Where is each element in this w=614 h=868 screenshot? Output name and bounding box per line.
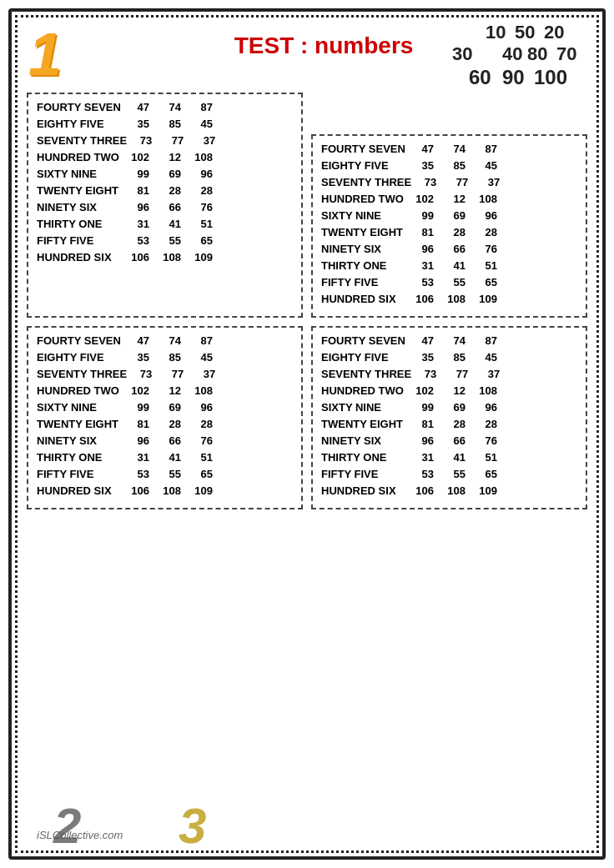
- table-row: FOURTY SEVEN 47 74 87: [37, 101, 293, 113]
- option: 102: [409, 193, 434, 205]
- option: 55: [440, 276, 466, 288]
- option: 45: [472, 159, 497, 172]
- table-row: HUNDRED SIX 106 108 109: [37, 251, 293, 263]
- options: 99 69 96: [124, 401, 213, 414]
- option: 108: [440, 293, 466, 305]
- option: 76: [472, 243, 497, 255]
- options: 35 85 45: [409, 159, 497, 172]
- options: 73 77 37: [411, 368, 500, 380]
- option: 31: [409, 259, 434, 272]
- options: 81 28 28: [409, 226, 497, 238]
- word-label: THIRTY ONE: [37, 218, 124, 230]
- option: 108: [188, 151, 213, 163]
- option: 108: [472, 384, 497, 397]
- table-row: HUNDRED SIX 106 108 109: [37, 484, 293, 497]
- option: 51: [188, 218, 213, 230]
- option: 77: [443, 176, 468, 188]
- options: 102 12 108: [409, 193, 497, 205]
- option: 69: [440, 401, 466, 414]
- word-label: FIFTY FIVE: [321, 276, 409, 288]
- table-row: SEVENTY THREE 73 77 37: [37, 368, 293, 380]
- option: 87: [472, 334, 497, 347]
- word-label: FOURTY SEVEN: [37, 101, 124, 113]
- options: 73 77 37: [127, 134, 215, 147]
- word-label: TWENTY EIGHT: [37, 418, 124, 430]
- option: 45: [188, 118, 213, 130]
- option: 85: [440, 351, 466, 364]
- option: 81: [124, 418, 149, 430]
- cloud-num-50: 50: [515, 22, 535, 43]
- options: 99 69 96: [409, 401, 497, 414]
- options: 106 108 109: [124, 251, 213, 263]
- word-label: SIXTY NINE: [37, 168, 124, 180]
- option: 106: [124, 251, 149, 263]
- option: 85: [156, 351, 181, 364]
- cloud-num-10: 10: [486, 22, 506, 43]
- option: 74: [156, 101, 181, 113]
- word-label: EIGHTY FIVE: [321, 351, 409, 364]
- option: 37: [190, 368, 215, 380]
- table-row: SEVENTY THREE 73 77 37: [37, 134, 293, 147]
- options: 53 55 65: [409, 468, 497, 480]
- word-label: HUNDRED SIX: [321, 484, 409, 497]
- option: 12: [440, 384, 466, 397]
- table-row: FOURTY SEVEN 47 74 87: [321, 334, 577, 347]
- word-label: SEVENTY THREE: [321, 176, 411, 188]
- cloud-num-70: 70: [556, 43, 576, 65]
- option: 73: [411, 176, 436, 188]
- word-label: FIFTY FIVE: [37, 468, 124, 480]
- options: 81 28 28: [124, 184, 213, 197]
- word-label: EIGHTY FIVE: [321, 159, 409, 172]
- option: 31: [409, 451, 434, 464]
- option: 76: [188, 434, 213, 447]
- cloud-num-80: 80: [527, 43, 547, 65]
- table-row: SIXTY NINE 99 69 96: [37, 401, 293, 414]
- word-label: TWENTY EIGHT: [321, 418, 409, 430]
- quiz-box-bottom-right: FOURTY SEVEN 47 74 87 EIGHTY FIVE 35 85 …: [311, 326, 587, 509]
- options: 31 41 51: [124, 451, 213, 464]
- option: 96: [472, 209, 497, 222]
- header: 1 TEST : numbers 10 50 20 30 40 80 70 60…: [20, 20, 594, 84]
- table-row: EIGHTY FIVE 35 85 45: [37, 351, 293, 364]
- option: 73: [127, 368, 152, 380]
- option: 87: [188, 334, 213, 347]
- word-label: HUNDRED TWO: [321, 193, 409, 205]
- option: 28: [188, 184, 213, 197]
- options: 53 55 65: [124, 468, 213, 480]
- options: 99 69 96: [124, 168, 213, 180]
- table-row: SIXTY NINE 99 69 96: [321, 401, 577, 414]
- option: 76: [472, 434, 497, 447]
- table-row: FOURTY SEVEN 47 74 87: [37, 334, 293, 347]
- options: 53 55 65: [124, 234, 213, 247]
- option: 35: [409, 159, 434, 172]
- option: 73: [411, 368, 436, 380]
- option: 41: [156, 218, 181, 230]
- options: 96 66 76: [124, 434, 213, 447]
- options: 47 74 87: [409, 334, 497, 347]
- option: 53: [124, 468, 149, 480]
- option: 53: [409, 276, 434, 288]
- table-row: TWENTY EIGHT 81 28 28: [321, 226, 577, 238]
- option: 37: [475, 368, 500, 380]
- quiz-box-top-right: FOURTY SEVEN 47 74 87 EIGHTY FIVE 35 85 …: [311, 134, 587, 318]
- option: 96: [409, 434, 434, 447]
- word-label: FOURTY SEVEN: [321, 334, 409, 347]
- options: 106 108 109: [124, 484, 213, 497]
- option: 53: [409, 468, 434, 480]
- option: 109: [472, 484, 497, 497]
- options: 96 66 76: [409, 243, 497, 255]
- option: 69: [156, 168, 181, 180]
- table-row: TWENTY EIGHT 81 28 28: [37, 184, 293, 197]
- options: 35 85 45: [409, 351, 497, 364]
- options: 47 74 87: [124, 101, 213, 113]
- options: 31 41 51: [409, 259, 497, 272]
- table-row: SIXTY NINE 99 69 96: [37, 168, 293, 180]
- options: 73 77 37: [411, 176, 500, 188]
- table-row: NINETY SIX 96 66 76: [37, 201, 293, 213]
- option: 108: [156, 484, 181, 497]
- cloud-num-60: 60: [469, 66, 491, 89]
- options: 96 66 76: [409, 434, 497, 447]
- table-row: THIRTY ONE 31 41 51: [321, 451, 577, 464]
- option: 74: [440, 334, 466, 347]
- table-row: NINETY SIX 96 66 76: [37, 434, 293, 447]
